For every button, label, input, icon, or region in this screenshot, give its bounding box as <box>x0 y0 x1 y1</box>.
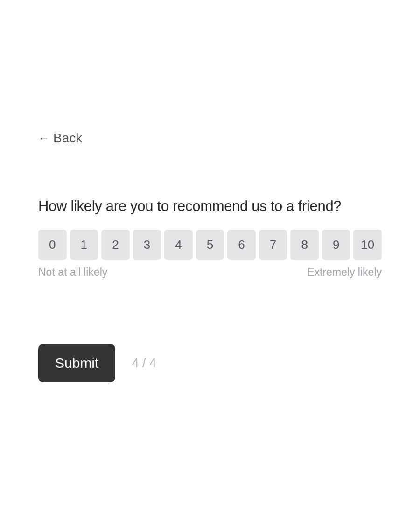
nps-option-1[interactable]: 1 <box>70 230 98 260</box>
progress-indicator: 4 / 4 <box>132 356 156 371</box>
footer: Submit 4 / 4 <box>38 344 382 382</box>
nps-option-10[interactable]: 10 <box>353 230 382 260</box>
nps-label-low: Not at all likely <box>38 266 107 279</box>
question-heading: How likely are you to recommend us to a … <box>38 197 382 216</box>
back-label: Back <box>53 131 82 146</box>
nps-option-8[interactable]: 8 <box>290 230 319 260</box>
nps-scale: 0 1 2 3 4 5 6 7 8 9 10 <box>38 230 382 260</box>
nps-option-7[interactable]: 7 <box>259 230 287 260</box>
submit-button[interactable]: Submit <box>38 344 115 382</box>
arrow-left-icon: ← <box>38 133 49 144</box>
nps-option-2[interactable]: 2 <box>101 230 130 260</box>
nps-labels: Not at all likely Extremely likely <box>38 266 382 279</box>
nps-option-6[interactable]: 6 <box>227 230 256 260</box>
nps-option-3[interactable]: 3 <box>133 230 161 260</box>
nps-option-9[interactable]: 9 <box>322 230 350 260</box>
nps-option-0[interactable]: 0 <box>38 230 67 260</box>
back-button[interactable]: ← Back <box>38 131 82 146</box>
nps-label-high: Extremely likely <box>307 266 382 279</box>
nps-option-5[interactable]: 5 <box>196 230 224 260</box>
nps-option-4[interactable]: 4 <box>164 230 193 260</box>
